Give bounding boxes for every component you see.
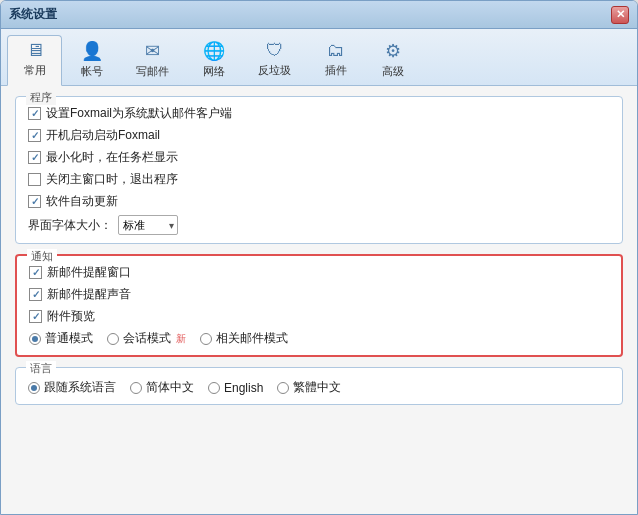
tab-account-label: 帐号 [81, 64, 103, 79]
tab-account[interactable]: 👤 帐号 [64, 35, 119, 85]
checkbox-notify-sound[interactable] [29, 288, 42, 301]
program-box: 程序 设置Foxmail为系统默认邮件客户端 开机启动启动Foxmail 最小化… [15, 96, 623, 244]
checkbox-startup[interactable] [28, 129, 41, 142]
radio-btn-english[interactable] [208, 382, 220, 394]
window-title: 系统设置 [9, 6, 57, 23]
program-title: 程序 [26, 90, 56, 105]
new-badge-conversation: 新 [176, 332, 186, 346]
tab-antispam[interactable]: 🛡 反垃圾 [243, 35, 306, 85]
advanced-icon: ⚙ [385, 40, 401, 62]
checkbox-row-notify-sound: 新邮件提醒声音 [29, 286, 609, 303]
checkbox-row-auto-update: 软件自动更新 [28, 193, 610, 210]
checkbox-minimize-tray[interactable] [28, 151, 41, 164]
font-size-label: 界面字体大小： [28, 217, 112, 234]
radio-conversation-mode[interactable]: 会话模式 新 [107, 330, 186, 347]
radio-english[interactable]: English [208, 381, 263, 395]
radio-label-simplified: 简体中文 [146, 379, 194, 396]
tab-plugins-label: 插件 [325, 63, 347, 78]
tab-advanced[interactable]: ⚙ 高级 [365, 35, 420, 85]
label-startup: 开机启动启动Foxmail [46, 127, 160, 144]
notify-title: 通知 [27, 249, 57, 264]
checkbox-close-exit[interactable] [28, 173, 41, 186]
notify-section: 通知 新邮件提醒窗口 新邮件提醒声音 附件预览 普通模式 [15, 254, 623, 357]
close-button[interactable]: ✕ [611, 6, 629, 24]
language-title: 语言 [26, 361, 56, 376]
language-section: 语言 跟随系统语言 简体中文 English [15, 367, 623, 405]
checkbox-default-client[interactable] [28, 107, 41, 120]
radio-btn-follow-system[interactable] [28, 382, 40, 394]
radio-btn-traditional[interactable] [277, 382, 289, 394]
title-bar: 系统设置 ✕ [1, 1, 637, 29]
font-size-row: 界面字体大小： 标准 小 大 [28, 215, 610, 235]
general-icon: 🖥 [26, 40, 44, 61]
radio-label-english: English [224, 381, 263, 395]
network-icon: 🌐 [203, 40, 225, 62]
compose-icon: ✉ [145, 40, 160, 62]
tab-compose[interactable]: ✉ 写邮件 [121, 35, 184, 85]
tab-advanced-label: 高级 [382, 64, 404, 79]
radio-label-conversation: 会话模式 [123, 330, 171, 347]
checkbox-row-startup: 开机启动启动Foxmail [28, 127, 610, 144]
label-minimize-tray: 最小化时，在任务栏显示 [46, 149, 178, 166]
label-auto-update: 软件自动更新 [46, 193, 118, 210]
label-close-exit: 关闭主窗口时，退出程序 [46, 171, 178, 188]
program-section: 程序 设置Foxmail为系统默认邮件客户端 开机启动启动Foxmail 最小化… [15, 96, 623, 244]
radio-btn-normal[interactable] [29, 333, 41, 345]
checkbox-row-notify-window: 新邮件提醒窗口 [29, 264, 609, 281]
language-group: 跟随系统语言 简体中文 English 繁體中文 [28, 379, 610, 396]
checkbox-attachment-preview[interactable] [29, 310, 42, 323]
view-mode-group: 普通模式 会话模式 新 相关邮件模式 [29, 330, 609, 347]
font-size-select[interactable]: 标准 小 大 [118, 215, 178, 235]
radio-related-mode[interactable]: 相关邮件模式 [200, 330, 288, 347]
plugins-icon: 🗂 [327, 40, 345, 61]
tab-general-label: 常用 [24, 63, 46, 78]
radio-btn-related[interactable] [200, 333, 212, 345]
notify-box: 通知 新邮件提醒窗口 新邮件提醒声音 附件预览 普通模式 [15, 254, 623, 357]
radio-btn-conversation[interactable] [107, 333, 119, 345]
radio-label-traditional: 繁體中文 [293, 379, 341, 396]
tab-plugins[interactable]: 🗂 插件 [308, 35, 363, 85]
tab-antispam-label: 反垃圾 [258, 63, 291, 78]
tab-bar: 🖥 常用 👤 帐号 ✉ 写邮件 🌐 网络 🛡 反垃圾 🗂 插件 ⚙ 高级 [1, 29, 637, 86]
radio-traditional[interactable]: 繁體中文 [277, 379, 341, 396]
radio-normal-mode[interactable]: 普通模式 [29, 330, 93, 347]
radio-follow-system[interactable]: 跟随系统语言 [28, 379, 116, 396]
label-default-client: 设置Foxmail为系统默认邮件客户端 [46, 105, 232, 122]
radio-label-normal: 普通模式 [45, 330, 93, 347]
checkbox-notify-window[interactable] [29, 266, 42, 279]
label-attachment-preview: 附件预览 [47, 308, 95, 325]
checkbox-auto-update[interactable] [28, 195, 41, 208]
radio-btn-simplified[interactable] [130, 382, 142, 394]
antispam-icon: 🛡 [266, 40, 284, 61]
radio-simplified[interactable]: 简体中文 [130, 379, 194, 396]
settings-window: 系统设置 ✕ 🖥 常用 👤 帐号 ✉ 写邮件 🌐 网络 🛡 反垃圾 🗂 插件 [0, 0, 638, 515]
label-notify-sound: 新邮件提醒声音 [47, 286, 131, 303]
checkbox-row-default-client: 设置Foxmail为系统默认邮件客户端 [28, 105, 610, 122]
language-box: 语言 跟随系统语言 简体中文 English [15, 367, 623, 405]
account-icon: 👤 [81, 40, 103, 62]
radio-label-follow-system: 跟随系统语言 [44, 379, 116, 396]
font-size-select-wrap: 标准 小 大 [118, 215, 178, 235]
checkbox-row-close-exit: 关闭主窗口时，退出程序 [28, 171, 610, 188]
checkbox-row-minimize-tray: 最小化时，在任务栏显示 [28, 149, 610, 166]
checkbox-row-attachment-preview: 附件预览 [29, 308, 609, 325]
radio-label-related: 相关邮件模式 [216, 330, 288, 347]
tab-network[interactable]: 🌐 网络 [186, 35, 241, 85]
main-content: 程序 设置Foxmail为系统默认邮件客户端 开机启动启动Foxmail 最小化… [1, 86, 637, 514]
label-notify-window: 新邮件提醒窗口 [47, 264, 131, 281]
tab-general[interactable]: 🖥 常用 [7, 35, 62, 86]
tab-compose-label: 写邮件 [136, 64, 169, 79]
tab-network-label: 网络 [203, 64, 225, 79]
